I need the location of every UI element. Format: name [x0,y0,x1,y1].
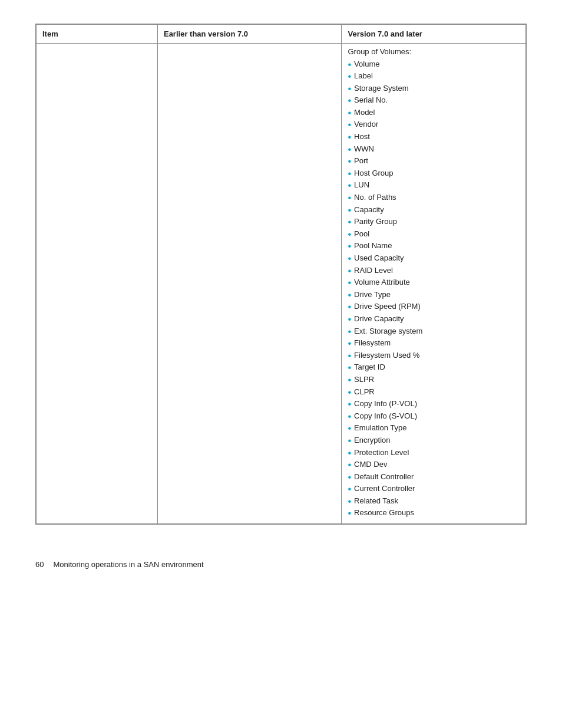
list-item-label: RAID Level [354,266,393,275]
list-item: •RAID Level [348,265,520,277]
list-item-label: Emulation Type [354,423,406,432]
list-item: •Pool [348,228,520,241]
list-item: •CLPR [348,386,520,398]
list-item: •Drive Capacity [348,313,520,325]
list-item: •Used Capacity [348,253,520,265]
cell-later: Group of Volumes: •Volume•Label•Storage … [342,44,526,524]
bullet-icon: • [348,411,351,422]
bullet-icon: • [348,363,351,373]
list-item-label: Encryption [354,436,390,444]
list-item: •Default Controller [348,471,520,483]
page-footer: 60 Monitoring operations in a SAN enviro… [35,560,527,569]
list-item-label: Default Controller [354,472,414,481]
list-item-label: Copy Info (P-VOL) [354,399,417,408]
list-item: •CMD Dev [348,459,520,472]
list-item: •LUN [348,180,520,192]
list-item-label: Resource Groups [354,508,414,517]
list-item: •Pool Name [348,241,520,253]
list-item: •Resource Groups [348,508,520,520]
list-item-label: Drive Speed (RPM) [354,302,421,311]
list-item-label: Vendor [354,120,378,129]
page-container: Item Earlier than version 7.0 Version 7.… [0,0,562,604]
bullet-icon: • [348,108,351,118]
list-item: •Volume [348,58,520,71]
list-item-label: Capacity [354,205,384,214]
list-item: •Capacity [348,204,520,216]
bullet-icon: • [348,266,351,276]
list-item: •Related Task [348,495,520,508]
footer-text: Monitoring operations in a SAN environme… [53,560,203,569]
list-item: •Model [348,107,520,119]
list-item-label: Label [354,71,373,80]
bullet-icon: • [348,436,351,446]
bullet-icon: • [348,278,351,288]
bullet-icon: • [348,144,351,155]
list-item-label: Volume [354,60,379,68]
bullet-icon: • [348,229,351,240]
bullet-icon: • [348,193,351,203]
list-item-label: LUN [354,180,369,189]
list-item: •Filesystem [348,338,520,350]
list-item: •Host Group [348,167,520,180]
bullet-icon: • [348,399,351,410]
list-item: •Encryption [348,434,520,447]
bullet-icon: • [348,180,351,191]
list-item: •Ext. Storage system [348,325,520,338]
list-item-label: Model [354,108,375,117]
cell-item [37,44,158,524]
bullet-icon: • [348,71,351,82]
list-item: •Parity Group [348,216,520,229]
list-item-label: Host [354,132,370,141]
bullet-icon: • [348,314,351,325]
bullet-icon: • [348,472,351,483]
bullet-icon: • [348,120,351,130]
list-item: •Host [348,131,520,144]
list-item-label: Pool Name [354,241,392,250]
list-item-label: Host Group [354,169,393,177]
list-item-label: No. of Paths [354,193,396,202]
col-header-later: Version 7.0 and later [342,25,526,44]
group-title: Group of Volumes: [348,47,520,56]
list-item: •Drive Speed (RPM) [348,301,520,314]
list-item-label: Related Task [354,496,398,505]
bullet-icon: • [348,205,351,216]
bullet-icon: • [348,60,351,70]
list-item-label: Drive Capacity [354,314,404,323]
list-item-label: Copy Info (S-VOL) [354,411,417,420]
list-item-label: Storage System [354,84,409,93]
bullet-icon: • [348,423,351,434]
list-item-label: CMD Dev [354,460,387,469]
col-header-item: Item [37,25,158,44]
list-item: •Port [348,156,520,168]
bullet-icon: • [348,156,351,167]
table-wrapper: Item Earlier than version 7.0 Version 7.… [35,24,527,525]
list-item: •Serial No. [348,95,520,107]
page-number: 60 [35,560,44,569]
list-item: •Storage System [348,83,520,95]
list-item-label: Filesystem Used % [354,351,419,360]
list-item: •Filesystem Used % [348,350,520,362]
list-item: •Target ID [348,362,520,374]
list-item: •Protection Level [348,447,520,459]
list-item: •SLPR [348,374,520,386]
bullet-icon: • [348,375,351,386]
list-item: •Emulation Type [348,423,520,435]
list-item-label: SLPR [354,375,374,384]
list-item: •Copy Info (S-VOL) [348,410,520,423]
bullet-icon: • [348,241,351,252]
list-item: •WWN [348,143,520,156]
list-item-label: Port [354,156,368,165]
bullet-icon: • [348,253,351,264]
bullet-icon: • [348,95,351,106]
bullet-icon: • [348,496,351,507]
list-item-label: Serial No. [354,95,388,104]
bullet-icon: • [348,327,351,337]
list-item-label: Drive Type [354,290,391,299]
bullet-icon: • [348,132,351,143]
list-item-label: Target ID [354,363,385,371]
list-item: •Current Controller [348,483,520,496]
list-item-label: Ext. Storage system [354,327,422,335]
list-item: •No. of Paths [348,192,520,205]
list-item-label: Protection Level [354,448,409,457]
list-item-label: Current Controller [354,484,415,493]
